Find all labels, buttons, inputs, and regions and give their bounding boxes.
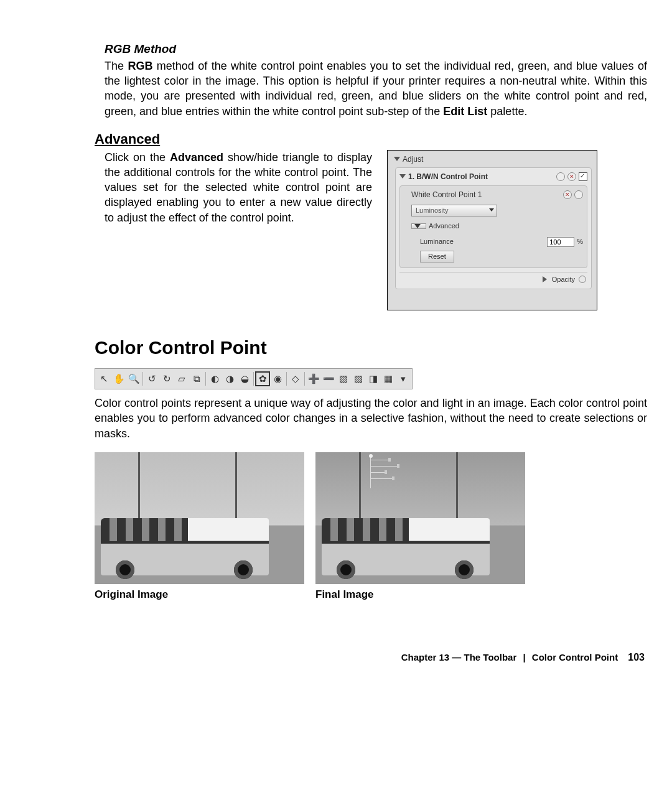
fill-remove-icon[interactable]: ▦	[381, 371, 396, 386]
separator	[304, 372, 305, 386]
white-cp-label: White Control Point 1	[411, 190, 482, 200]
percent-label: %	[577, 237, 583, 246]
crop-icon[interactable]: ⧉	[189, 371, 204, 386]
lasso-icon[interactable]: ◇	[288, 371, 303, 386]
rotate-ccw-icon[interactable]: ↺	[144, 371, 159, 386]
separator	[253, 372, 254, 386]
erase-icon[interactable]: ▨	[351, 371, 366, 386]
color-control-point-heading: Color Control Point	[95, 335, 647, 361]
control-point-overlay	[370, 456, 418, 488]
final-image	[315, 452, 525, 584]
method-dropdown[interactable]: Luminosity	[411, 205, 497, 216]
more-icon[interactable]: ▾	[396, 371, 411, 386]
separator	[205, 372, 206, 386]
gradient-icon[interactable]: ◨	[366, 371, 381, 386]
adjust-label: Adjust	[403, 154, 423, 164]
original-caption: Original Image	[95, 588, 304, 602]
white-point-icon[interactable]: ◒	[237, 371, 252, 386]
black-point-icon[interactable]: ◐	[207, 371, 222, 386]
plus-brush-icon[interactable]: ➕	[306, 371, 321, 386]
reset-step-icon[interactable]	[556, 172, 565, 181]
advanced-toggle[interactable]	[411, 223, 426, 229]
text: method of the white control point enable…	[105, 60, 647, 118]
opacity-radio[interactable]	[579, 276, 586, 283]
page-footer: Chapter 13 — The Toolbar | Color Control…	[401, 651, 645, 664]
adjust-header[interactable]: Adjust	[394, 153, 593, 165]
adjust-panel: Adjust 1. B/W/N Control Point White Cont…	[387, 150, 597, 311]
separator	[142, 372, 143, 386]
white-cp-row[interactable]: White Control Point 1	[411, 188, 583, 201]
opacity-label: Opacity	[552, 275, 575, 284]
arrow-tool-icon[interactable]: ↖	[96, 371, 111, 386]
document-page: RGB Method The RGB method of the white c…	[0, 0, 672, 734]
straighten-icon[interactable]: ▱	[174, 371, 189, 386]
footer-chapter: Chapter 13 — The Toolbar	[401, 652, 517, 662]
zoom-tool-icon[interactable]: 🔍	[126, 371, 141, 386]
bwn-step-label: 1. B/W/N Control Point	[408, 172, 488, 182]
fill-icon[interactable]: ▧	[336, 371, 351, 386]
original-image	[95, 452, 304, 584]
triangle-down-icon	[414, 224, 421, 228]
toggle-cp-icon[interactable]	[574, 190, 583, 199]
text: palette.	[487, 105, 527, 118]
original-image-block: Original Image	[95, 452, 304, 602]
ccp-paragraph: Color control points represent a unique …	[95, 396, 647, 441]
minus-brush-icon[interactable]: ➖	[321, 371, 336, 386]
separator	[286, 372, 287, 386]
bwn-step-row[interactable]: 1. B/W/N Control Point	[399, 170, 587, 183]
text: The	[105, 60, 128, 72]
text: Click on the	[105, 151, 170, 164]
apply-checkbox[interactable]	[579, 172, 587, 181]
final-image-block: Final Image	[315, 452, 525, 602]
text-bold: RGB	[128, 60, 152, 72]
dropdown-value: Luminosity	[416, 206, 449, 215]
triangle-right-icon[interactable]	[543, 276, 547, 282]
advanced-paragraph: Click on the Advanced show/hide triangle…	[105, 150, 372, 300]
footer-section: Color Control Point	[532, 652, 618, 662]
hand-tool-icon[interactable]: ✋	[111, 371, 126, 386]
final-caption: Final Image	[315, 588, 525, 602]
luminance-label: Luminance	[420, 237, 454, 246]
toolbar: ↖ ✋ 🔍 ↺ ↻ ▱ ⧉ ◐ ◑ ◒ ✿ ◉ ◇ ➕ ➖ ▧ ▨ ◨ ▦ ▾	[95, 368, 413, 389]
reset-button[interactable]: Reset	[420, 251, 454, 263]
luminance-input[interactable]	[547, 237, 574, 247]
image-comparison-row: Original Image Final Image	[95, 452, 647, 602]
triangle-down-icon	[394, 157, 400, 161]
advanced-toggle-label: Advanced	[429, 221, 459, 231]
delete-step-icon[interactable]	[567, 172, 576, 181]
rotate-cw-icon[interactable]: ↻	[159, 371, 174, 386]
triangle-down-icon	[399, 174, 406, 179]
delete-cp-icon[interactable]	[563, 190, 572, 199]
text-bold: Advanced	[170, 151, 223, 164]
text-bold: Edit List	[443, 105, 487, 118]
redeye-icon[interactable]: ◉	[270, 371, 285, 386]
gray-point-icon[interactable]: ◑	[222, 371, 237, 386]
color-control-point-icon[interactable]: ✿	[255, 371, 270, 386]
footer-separator: |	[523, 652, 525, 662]
page-number: 103	[628, 652, 645, 662]
rgb-method-paragraph: The RGB method of the white control poin…	[105, 58, 647, 119]
advanced-heading: Advanced	[95, 130, 647, 149]
rgb-method-heading: RGB Method	[105, 41, 647, 57]
